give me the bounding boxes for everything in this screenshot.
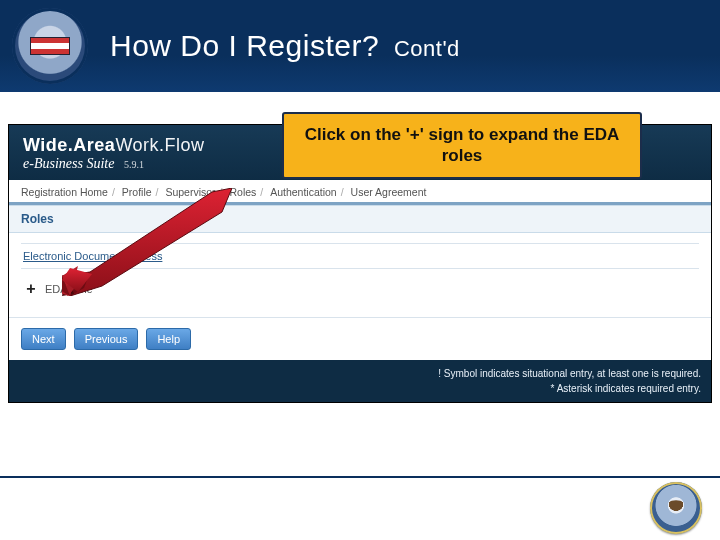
tab-registration-home[interactable]: Registration Home [21, 186, 108, 198]
panel-body: Electronic Document Access + EDA Role [9, 233, 711, 317]
footer-note-situational: ! Symbol indicates situational entry, at… [19, 366, 701, 381]
next-button[interactable]: Next [21, 328, 66, 350]
app-footer: ! Symbol indicates situational entry, at… [9, 360, 711, 402]
tab-profile[interactable]: Profile [122, 186, 152, 198]
help-button[interactable]: Help [146, 328, 191, 350]
panel-title: Roles [9, 205, 711, 233]
agency-seal-icon [12, 8, 88, 84]
instruction-callout: Click on the '+' sign to expand the EDA … [282, 112, 642, 179]
slide-footer [0, 476, 720, 540]
tab-user-agreement[interactable]: User Agreement [351, 186, 427, 198]
slide-title: How Do I Register? Cont'd [110, 29, 460, 63]
slide-header: How Do I Register? Cont'd [0, 0, 720, 92]
tab-bar: Registration Home/ Profile/ Supervisor/ … [9, 180, 711, 205]
dod-seal-icon [650, 482, 702, 534]
brand-suite: e-Business Suite [23, 156, 114, 171]
expander-label: EDA Role [45, 283, 93, 295]
slide-title-suffix: Cont'd [394, 36, 460, 61]
tab-roles[interactable]: Roles [229, 186, 256, 198]
tab-authentication[interactable]: Authentication [270, 186, 337, 198]
plus-icon[interactable]: + [23, 281, 39, 297]
eda-link[interactable]: Electronic Document Access [21, 243, 699, 269]
footer-note-required: * Asterisk indicates required entry. [19, 381, 701, 396]
instruction-text: Click on the '+' sign to expand the EDA … [305, 125, 620, 165]
brand-bold: Wide.Area [23, 135, 115, 155]
button-row: Next Previous Help [9, 317, 711, 360]
tab-supervisor[interactable]: Supervisor [165, 186, 215, 198]
previous-button[interactable]: Previous [74, 328, 139, 350]
brand-thin: Work.Flow [115, 135, 204, 155]
brand-version: 5.9.1 [124, 159, 144, 170]
eda-role-expander[interactable]: + EDA Role [21, 279, 699, 299]
slide-title-main: How Do I Register? [110, 29, 379, 62]
